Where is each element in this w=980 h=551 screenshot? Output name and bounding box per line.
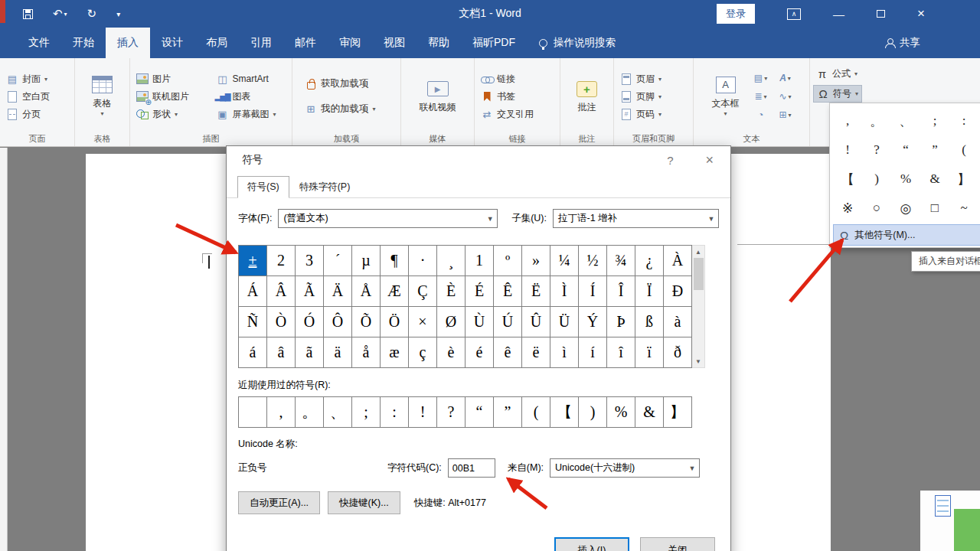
symbol-cell[interactable]: Ë bbox=[522, 276, 550, 307]
symbol-cell[interactable]: Ä bbox=[324, 276, 352, 307]
symbol-cell[interactable]: Å bbox=[352, 276, 381, 307]
shapes-button[interactable]: 形状▾ bbox=[133, 106, 181, 123]
chart-button[interactable]: ▂▅▇图表 bbox=[214, 88, 254, 106]
minimize-button[interactable]: — bbox=[833, 8, 844, 21]
symbol-cell[interactable]: ð bbox=[664, 337, 692, 368]
gallery-symbol[interactable]: : bbox=[949, 106, 978, 135]
autocorrect-button[interactable]: 自动更正(A)... bbox=[238, 491, 320, 514]
tab-设计[interactable]: 设计 bbox=[150, 28, 194, 58]
recent-symbol-cell[interactable]: 、 bbox=[324, 397, 352, 428]
chevron-down-icon[interactable]: ▼ bbox=[704, 210, 718, 227]
symbol-cell[interactable]: î bbox=[607, 337, 635, 368]
symbol-button[interactable]: Ω符号▾ bbox=[813, 85, 862, 103]
wordart-button[interactable]: A▾ bbox=[774, 70, 797, 86]
get-addins-button[interactable]: 获取加载项 bbox=[302, 75, 372, 93]
symbol-cell[interactable]: ½ bbox=[579, 246, 607, 276]
recent-symbol-cell[interactable]: 。 bbox=[296, 397, 324, 428]
my-addins-button[interactable]: ⊞我的加载项▾ bbox=[302, 100, 379, 118]
date-time-button[interactable]: ◔ bbox=[750, 106, 773, 123]
symbol-cell[interactable]: è bbox=[437, 337, 466, 368]
page-number-button[interactable]: 页码▾ bbox=[617, 106, 665, 123]
cover-page-button[interactable]: ▤封面▾ bbox=[3, 70, 51, 88]
gallery-symbol[interactable]: % bbox=[891, 165, 920, 194]
close-button[interactable]: × bbox=[917, 6, 925, 21]
smartart-button[interactable]: ◫SmartArt bbox=[214, 70, 272, 88]
gallery-symbol[interactable]: ! bbox=[833, 135, 862, 165]
symbol-cell[interactable]: È bbox=[437, 276, 466, 307]
gallery-symbol[interactable]: ; bbox=[920, 106, 949, 135]
symbol-cell[interactable]: ç bbox=[409, 337, 437, 368]
footer-button[interactable]: 页脚▾ bbox=[617, 88, 665, 106]
symbol-cell[interactable]: Ø bbox=[437, 307, 466, 337]
more-symbols-item[interactable]: Ω 其他符号(M)... bbox=[833, 224, 980, 246]
screenshot-button[interactable]: ▣屏幕截图▾ bbox=[214, 106, 279, 123]
symbol-cell[interactable]: Ò bbox=[267, 307, 296, 337]
symbol-cell[interactable]: Õ bbox=[352, 307, 381, 337]
online-pictures-button[interactable]: 联机图片 bbox=[133, 88, 192, 106]
symbol-cell-selected[interactable]: ± bbox=[239, 246, 267, 276]
symbol-cell[interactable]: ß bbox=[635, 307, 664, 337]
gallery-symbol[interactable]: 。 bbox=[862, 106, 891, 135]
recent-symbol-cell[interactable] bbox=[239, 397, 267, 428]
symbol-cell[interactable]: ¿ bbox=[635, 246, 664, 276]
symbol-cell[interactable]: Ö bbox=[381, 307, 409, 337]
object-button[interactable]: ⊞▾ bbox=[774, 106, 797, 123]
scroll-down-icon[interactable]: ▼ bbox=[695, 355, 701, 367]
tab-special-characters[interactable]: 特殊字符(P) bbox=[289, 176, 361, 198]
symbol-cell[interactable]: · bbox=[409, 246, 437, 276]
symbol-cell[interactable]: Ù bbox=[466, 307, 494, 337]
cross-reference-button[interactable]: ⇄交叉引用 bbox=[478, 106, 537, 123]
page-break-button[interactable]: 分页 bbox=[3, 106, 44, 123]
recent-symbol-cell[interactable]: “ bbox=[466, 397, 494, 428]
gallery-symbol[interactable]: ○ bbox=[862, 194, 891, 223]
symbol-cell[interactable]: Ï bbox=[635, 276, 664, 307]
gallery-symbol[interactable]: ) bbox=[862, 165, 891, 194]
tab-视图[interactable]: 视图 bbox=[372, 28, 416, 58]
symbol-cell[interactable]: ä bbox=[324, 337, 352, 368]
symbol-cell[interactable]: ¸ bbox=[437, 246, 466, 276]
symbol-cell[interactable]: Æ bbox=[381, 276, 409, 307]
symbol-cell[interactable]: » bbox=[522, 246, 550, 276]
symbol-cell[interactable]: ê bbox=[494, 337, 522, 368]
dialog-titlebar[interactable]: 符号 ? × bbox=[227, 146, 730, 174]
subset-combobox[interactable]: 拉丁语-1 增补 ▼ bbox=[553, 209, 719, 228]
symbol-cell[interactable]: Î bbox=[607, 276, 635, 307]
symbol-cell[interactable]: ¶ bbox=[381, 246, 409, 276]
symbol-cell[interactable]: Ñ bbox=[239, 307, 267, 337]
symbol-cell[interactable]: × bbox=[409, 307, 437, 337]
scroll-up-icon[interactable]: ▲ bbox=[695, 246, 701, 258]
gallery-symbol[interactable]: “ bbox=[891, 135, 920, 165]
quick-parts-button[interactable]: ▤▾ bbox=[750, 70, 773, 86]
undo-icon[interactable]: ↶▾ bbox=[53, 7, 67, 21]
equation-button[interactable]: π公式▾ bbox=[813, 65, 861, 83]
link-button[interactable]: 链接 bbox=[478, 70, 518, 88]
font-combobox[interactable]: (普通文本) ▼ bbox=[278, 209, 498, 228]
gallery-symbol[interactable]: ? bbox=[862, 135, 891, 165]
ribbon-display-options-icon[interactable]: ∧ bbox=[787, 8, 801, 20]
recent-symbol-cell[interactable]: ” bbox=[494, 397, 522, 428]
recent-symbol-cell[interactable]: ; bbox=[352, 397, 381, 428]
recent-symbol-cell[interactable]: ) bbox=[579, 397, 607, 428]
gallery-symbol[interactable]: ◎ bbox=[891, 194, 920, 223]
gallery-symbol[interactable]: ~ bbox=[949, 194, 978, 223]
symbol-cell[interactable]: 2 bbox=[267, 246, 296, 276]
grid-scrollbar[interactable]: ▲ ▼ bbox=[692, 245, 705, 368]
insert-button[interactable]: 插入(I) bbox=[554, 537, 629, 551]
login-button[interactable]: 登录 bbox=[717, 4, 755, 24]
recent-symbol-cell[interactable]: ! bbox=[409, 397, 437, 428]
symbol-cell[interactable]: à bbox=[664, 307, 692, 337]
bookmark-button[interactable]: 书签 bbox=[478, 88, 518, 106]
from-combobox[interactable]: Unicode(十六进制) ▼ bbox=[550, 458, 700, 478]
gallery-symbol[interactable]: ( bbox=[949, 135, 978, 165]
symbol-cell[interactable]: Í bbox=[579, 276, 607, 307]
chevron-down-icon[interactable]: ▼ bbox=[483, 210, 497, 227]
symbol-cell[interactable]: É bbox=[466, 276, 494, 307]
comment-button[interactable]: 批注 bbox=[570, 77, 604, 116]
recent-symbol-cell[interactable]: ? bbox=[437, 397, 466, 428]
recent-symbol-cell[interactable]: , bbox=[267, 397, 296, 428]
recent-symbol-cell[interactable]: ( bbox=[522, 397, 550, 428]
tab-文件[interactable]: 文件 bbox=[17, 28, 61, 58]
symbol-cell[interactable]: À bbox=[664, 246, 692, 276]
symbol-cell[interactable]: Û bbox=[522, 307, 550, 337]
gallery-symbol[interactable]: ※ bbox=[833, 194, 862, 223]
